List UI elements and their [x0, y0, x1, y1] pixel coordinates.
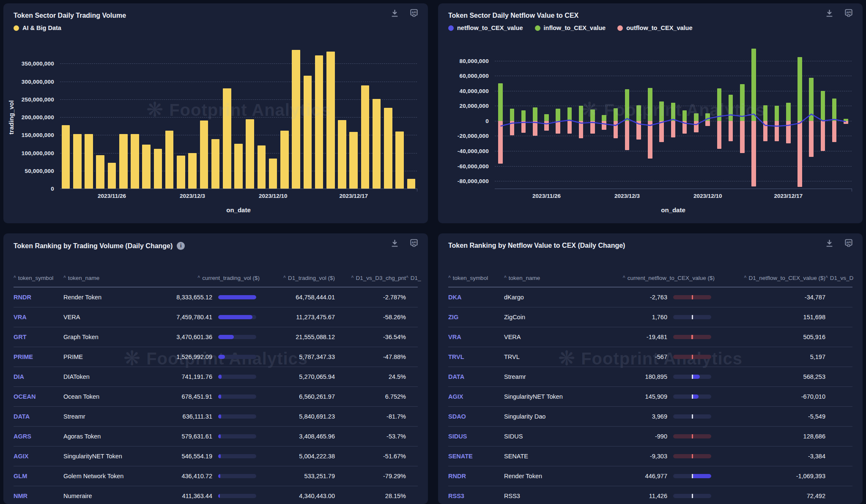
cell-token-symbol[interactable]: DATA: [14, 413, 63, 420]
cell-d1-value: 11,273,475.67: [260, 314, 335, 320]
cell-token-symbol[interactable]: ZIG: [448, 314, 504, 320]
legend-item[interactable]: netflow_to_CEX_value: [448, 25, 523, 31]
cell-token-symbol[interactable]: NMR: [14, 493, 63, 499]
x-axis-title: on_date: [495, 206, 852, 214]
panel-netflow-ranking-table: Token Ranking by Netflow Value to CEX (D…: [438, 233, 863, 504]
panel-netflow-chart: Token Sector Daily Netflow Value to CEX …: [438, 3, 863, 223]
cell-token-name: Render Token: [63, 294, 153, 301]
cell-current-value: -19,481: [605, 334, 667, 340]
cell-token-symbol[interactable]: TRVL: [448, 353, 504, 360]
volume-bar: [349, 132, 358, 189]
bar-fill-positive: [692, 474, 711, 478]
sort-caret-icon: ^: [406, 275, 408, 280]
cell-token-symbol[interactable]: VRA: [448, 334, 504, 340]
download-icon[interactable]: [825, 8, 834, 18]
cell-token-symbol[interactable]: DIA: [14, 373, 63, 380]
cell-token-symbol[interactable]: AGRS: [14, 433, 63, 440]
column-header-d1-netflow-to-cex-value-[interactable]: ^D1_netflow_to_CEX_value ($): [715, 275, 825, 281]
table-row: OCEANOcean Token678,451.916,560,261.976.…: [14, 387, 418, 407]
volume-bar: [96, 155, 104, 189]
cell-d1-value: 3,408,465.96: [260, 433, 335, 440]
column-header-token-name[interactable]: ^token_name: [63, 275, 153, 281]
chart-title: Token Sector Daily Trading Volume: [14, 12, 126, 19]
cell-token-symbol[interactable]: RNDR: [14, 294, 63, 301]
volume-bar: [177, 156, 185, 189]
table-row: SENATESENATE-9,303-3,384: [448, 446, 852, 466]
download-icon[interactable]: [390, 238, 399, 248]
bar-fill: [218, 474, 220, 478]
bar-track: [218, 375, 256, 379]
cell-token-symbol[interactable]: RNDR: [448, 473, 504, 479]
bar-center-tick: [692, 375, 693, 379]
column-header-token-name[interactable]: ^token_name: [504, 275, 605, 281]
volume-bar: [62, 125, 70, 189]
api-icon[interactable]: API: [409, 238, 419, 248]
cell-token-symbol[interactable]: PRIME: [14, 353, 63, 360]
volume-bar: [315, 55, 323, 189]
column-header-token-symbol[interactable]: ^token_symbol: [14, 275, 63, 281]
bar-center-tick: [692, 414, 693, 419]
cell-value-bar: [667, 494, 715, 498]
cell-chg-pnt: 6.752%: [335, 393, 406, 400]
cell-token-symbol[interactable]: SIDUS: [448, 433, 504, 440]
cell-current-value: 741,191.76: [153, 373, 212, 380]
cell-chg-pnt: -58.26%: [335, 314, 406, 320]
column-header-current-netflow-to-cex-value-[interactable]: ^current_netflow_to_CEX_value ($): [605, 275, 715, 281]
legend-item[interactable]: outflow_to_CEX_value: [617, 25, 692, 31]
api-icon[interactable]: API: [844, 238, 853, 248]
cell-token-symbol[interactable]: AGIX: [448, 393, 504, 400]
cell-chg-pnt: -47.88%: [335, 353, 406, 360]
cell-d1-value: 5,787,347.33: [260, 353, 335, 360]
panel-trading-volume-chart: Token Sector Daily Trading Volume API AI…: [3, 3, 428, 223]
legend-label: outflow_to_CEX_value: [626, 25, 692, 31]
sort-caret-icon: ^: [448, 275, 451, 280]
column-header-d1-vs-d3-chg-pnt[interactable]: ^D1_vs_D3_chg_pnt: [335, 275, 406, 281]
cell-token-name: DIAToken: [63, 373, 153, 380]
cell-token-symbol[interactable]: GRT: [14, 334, 63, 340]
download-icon[interactable]: [825, 238, 834, 248]
column-header-token-symbol[interactable]: ^token_symbol: [448, 275, 504, 281]
cell-d1-value: 5,004,222.38: [260, 453, 335, 460]
cell-token-symbol[interactable]: DKA: [448, 294, 504, 301]
cell-value-bar: [212, 295, 260, 299]
x-tick-label: 2023/12/10: [693, 193, 722, 199]
info-icon[interactable]: i: [177, 242, 185, 250]
cell-token-name: RSS3: [504, 493, 605, 499]
cell-token-symbol[interactable]: RSS3: [448, 493, 504, 499]
download-icon[interactable]: [390, 8, 399, 18]
cell-token-symbol[interactable]: SENATE: [448, 453, 504, 460]
legend-item[interactable]: AI & Big Data: [14, 25, 61, 31]
bar-track: [218, 355, 256, 359]
sort-caret-icon: ^: [744, 275, 747, 280]
column-header-current-trading-vol-[interactable]: ^current_trading_vol ($): [153, 275, 260, 281]
cell-token-symbol[interactable]: SDAO: [448, 413, 504, 420]
column-header-d1-[interactable]: ^D1_: [406, 275, 421, 281]
cell-token-symbol[interactable]: OCEAN: [14, 393, 63, 400]
sort-caret-icon: ^: [504, 275, 507, 280]
api-icon-label: API: [411, 11, 417, 14]
cell-chg-pnt: -2.787%: [335, 294, 406, 301]
legend-dot: [448, 25, 454, 31]
api-icon[interactable]: API: [409, 8, 419, 18]
column-header-d1-trading-vol-[interactable]: ^D1_trading_vol ($): [260, 275, 335, 281]
y-tick-label: 350,000,000: [22, 60, 54, 67]
cell-token-symbol[interactable]: GLM: [14, 473, 63, 479]
volume-bar: [200, 121, 208, 189]
legend-item[interactable]: inflow_to_CEX_value: [535, 25, 606, 31]
volume-bar: [108, 163, 116, 189]
bar-track: [673, 434, 711, 438]
cell-value-bar: [212, 335, 260, 339]
column-header-d1-vs-d[interactable]: ^D1_vs_D: [825, 275, 853, 281]
cell-token-symbol[interactable]: DATA: [448, 373, 504, 380]
column-header-label: current_netflow_to_CEX_value ($): [628, 275, 715, 281]
table-row: PRIMEPRIME1,526,992.095,787,347.33-47.88…: [14, 347, 418, 367]
cell-token-symbol[interactable]: VRA: [14, 314, 63, 320]
table-row: RNDRRender Token8,333,655.1264,758,444.0…: [14, 288, 418, 307]
sort-caret-icon: ^: [283, 275, 286, 280]
volume-bar: [304, 76, 312, 189]
api-icon[interactable]: API: [844, 8, 853, 18]
cell-token-symbol[interactable]: AGIX: [14, 453, 63, 460]
bar-track: [218, 414, 256, 419]
bar-track: [673, 454, 711, 458]
x-tick-label: 2023/12/17: [339, 193, 368, 199]
